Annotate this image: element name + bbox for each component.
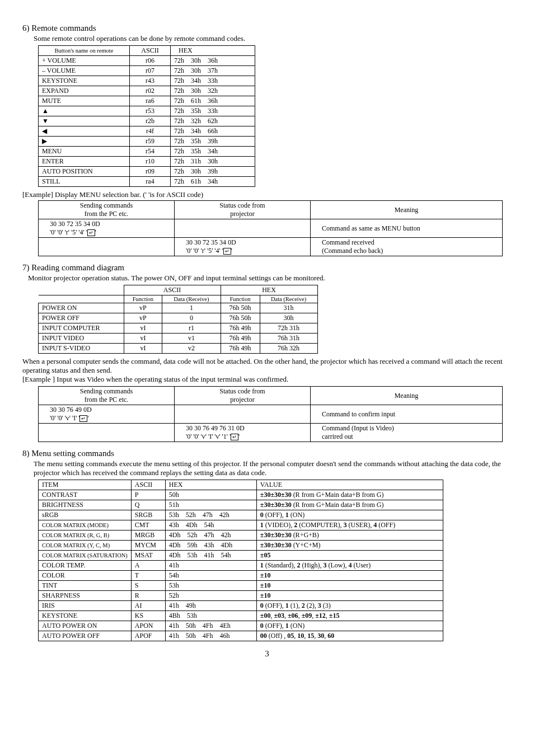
cell-hex: 43h 4Dh 54h	[165, 520, 256, 530]
cell-item: COLOR TEMP.	[39, 561, 132, 571]
cell-value: ±10	[256, 571, 443, 581]
cell-ascii: r07	[130, 66, 171, 76]
cell-hex: 53h 52h 47h 42h	[165, 510, 256, 520]
table-row: sRGB SRGB 53h 52h 47h 42h 0 (OFF), 1 (ON…	[39, 510, 443, 520]
cell-ascii: MSAT	[131, 551, 165, 561]
ex6-h2: Status code fromprojector	[175, 201, 311, 219]
table-row: IRIS AI 41h 49h 0 (OFF), 1 (1), 2 (2), 3…	[39, 601, 443, 611]
cell-ascii: Q	[131, 500, 165, 510]
cell-value: 0 (OFF), 1 (ON)	[256, 621, 443, 631]
cell-hex: 4Dh 59h 43h 4Dh	[165, 541, 256, 551]
cell-status	[175, 405, 311, 424]
cell-ascii: MYCM	[131, 541, 165, 551]
cell-ascii: P	[131, 490, 165, 500]
cell-hd: 30h	[260, 313, 317, 323]
col8-hex: HEX	[165, 480, 256, 490]
ex7-h2: Status code fromprojector	[175, 387, 311, 405]
menu-setting-table: ITEM ASCII HEX VALUE CONTRAST P 50h ±30±…	[38, 480, 443, 641]
cell-hd: 76h 32h	[260, 344, 317, 354]
table-row: COLOR TEMP. A 41h 1 (Standard), 2 (High)…	[39, 561, 443, 571]
cell-ascii: r02	[130, 86, 171, 96]
cell-value: ±10	[256, 581, 443, 591]
table-row: 30 30 76 49 0D'0' '0' 'v' 'I' '' Command…	[39, 405, 503, 424]
table-row: STILL ra4 72h 61h 34h	[39, 177, 255, 187]
cell-hd: 72h 31h	[260, 323, 317, 334]
table-row: COLOR MATRIX (R, G, B) MRGB 4Dh 52h 47h …	[39, 530, 443, 541]
col7-func-h: Function	[221, 295, 260, 303]
cell-ascii: T	[131, 571, 165, 581]
cell-value: ±30±30±30 (R from G+Main data+B from G)	[256, 490, 443, 500]
cell-ascii: APOF	[131, 631, 165, 641]
col-hex: HEX	[171, 46, 255, 56]
cell-hex: 41h 50h 4Fh 4Eh	[165, 621, 256, 631]
cell-ascii: r09	[130, 167, 171, 177]
cell-hex: 72h 34h 33h	[171, 76, 255, 86]
cell-item: SHARPNESS	[39, 591, 132, 601]
table-row: COLOR MATRIX (Y, C, M) MYCM 4Dh 59h 43h …	[39, 541, 443, 551]
cell-ascii: r59	[130, 137, 171, 147]
table-row: MENU r54 72h 35h 34h	[39, 147, 255, 157]
cell-hex: 72h 30h 36h	[171, 56, 255, 66]
cell-ascii: r2b	[130, 116, 171, 126]
cell-hex: 50h	[165, 490, 256, 500]
cell-hex: 72h 61h 36h	[171, 96, 255, 106]
table-row: 30 30 72 35 34 0D'0' '0' 'r' '5' '4' '' …	[39, 238, 503, 256]
cell-name: INPUT VIDEO	[39, 334, 124, 344]
col8-item: ITEM	[39, 480, 132, 490]
table-row: TINT S 53h ±10	[39, 581, 443, 591]
table-row: COLOR MATRIX (SATURATION) MSAT 4Dh 53h 4…	[39, 551, 443, 561]
col7-func-a: Function	[124, 295, 162, 303]
section-6-heading: 6) Remote commands	[22, 24, 512, 33]
cell-item: CONTRAST	[39, 490, 132, 500]
cell-item: AUTO POWER ON	[39, 621, 132, 631]
table-row: MUTE ra6 72h 61h 36h	[39, 96, 255, 106]
reading-command-table: ASCII HEX Function Data (Receive) Functi…	[38, 285, 318, 354]
cell-ascii: A	[131, 561, 165, 571]
table-row: INPUT COMPUTER vI r1 76h 49h 72h 31h	[39, 323, 318, 334]
col7-data-h: Data (Receive)	[260, 295, 317, 303]
cell-ascii: r53	[130, 106, 171, 116]
cell-ascii: CMT	[131, 520, 165, 530]
cell-hex: 72h 30h 39h	[171, 167, 255, 177]
section-7-intro: Monitor projector operation status. The …	[28, 274, 512, 283]
table-row: POWER ON vP 1 76h 50h 31h	[39, 303, 318, 313]
section-8-intro: The menu setting commands execute the me…	[34, 459, 512, 477]
section-6-intro: Some remote control operations can be do…	[34, 34, 512, 43]
cell-ascii: r10	[130, 157, 171, 167]
cell-af: vI	[124, 344, 162, 354]
cell-ascii: ra6	[130, 96, 171, 106]
cell-item: TINT	[39, 581, 132, 591]
cell-meaning: Command (Input is Video)carrired out	[311, 424, 503, 442]
cell-item: BRIGHTNESS	[39, 500, 132, 510]
cell-hd: 31h	[260, 303, 317, 313]
cell-hex: 72h 61h 34h	[171, 177, 255, 187]
cell-ascii: S	[131, 581, 165, 591]
table-row: ENTER r10 72h 31h 30h	[39, 157, 255, 167]
cell-value: ±30±30±30 (R from G+Main data+B from G)	[256, 500, 443, 510]
cell-name: ENTER	[39, 157, 130, 167]
cell-item: COLOR	[39, 571, 132, 581]
cell-value: 1 (Standard), 2 (High), 3 (Low), 4 (User…	[256, 561, 443, 571]
cell-hex: 54h	[165, 571, 256, 581]
table-row: BRIGHTNESS Q 51h ±30±30±30 (R from G+Mai…	[39, 500, 443, 510]
cell-name: POWER OFF	[39, 313, 124, 323]
cell-name: EXPAND	[39, 86, 130, 96]
cell-value: 0 (OFF), 1 (1), 2 (2), 3 (3)	[256, 601, 443, 611]
cell-ascii: r4f	[130, 126, 171, 137]
table-row: SHARPNESS R 52h ±10	[39, 591, 443, 601]
cell-name: KEYSTONE	[39, 76, 130, 86]
ex7-h3: Meaning	[311, 387, 503, 405]
cell-af: vI	[124, 323, 162, 334]
table-row: COLOR T 54h ±10	[39, 571, 443, 581]
cell-value: 00 (Off) , 05, 10, 15, 30, 60	[256, 631, 443, 641]
table-row: 30 30 72 35 34 0D'0' '0' 'r' '5' '4' '' …	[39, 219, 503, 238]
cell-hex: 4Dh 52h 47h 42h	[165, 530, 256, 541]
cell-name	[39, 126, 130, 137]
cell-value: ±05	[256, 551, 443, 561]
table-row: – VOLUME r07 72h 30h 37h	[39, 66, 255, 76]
cell-ascii: MRGB	[131, 530, 165, 541]
cell-ascii: r43	[130, 76, 171, 86]
cell-hex: 72h 35h 34h	[171, 147, 255, 157]
cell-hf: 76h 49h	[221, 344, 260, 354]
table-row: KEYSTONE KS 4Bh 53h ±00, ±03, ±06, ±09, …	[39, 611, 443, 621]
